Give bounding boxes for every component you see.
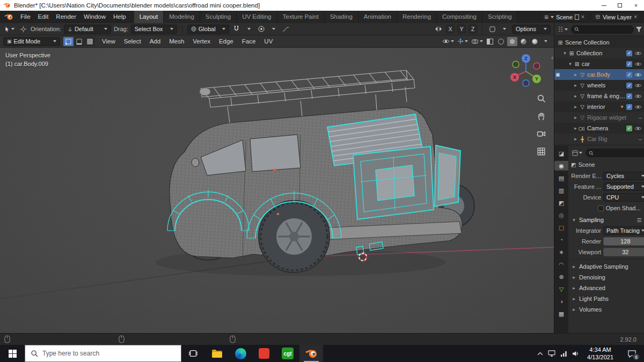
close-button[interactable]: × — [628, 0, 644, 11]
selectable-checkbox[interactable]: ✓ — [626, 93, 632, 99]
proportional-edit-button[interactable] — [257, 24, 266, 34]
tab-texture-paint[interactable]: Texture Paint — [277, 11, 325, 23]
view-layer-tab-icon[interactable]: ▥ — [555, 186, 567, 195]
task-view-button[interactable] — [181, 345, 205, 362]
mirror-y-toggle[interactable]: Y — [457, 25, 466, 33]
disclosure-icon[interactable]: ▸ — [573, 93, 579, 99]
hide-eye-icon[interactable] — [634, 94, 642, 99]
tool-tab-icon[interactable]: ◪ — [555, 149, 567, 158]
selectable-checkbox[interactable]: ✓ — [626, 125, 632, 131]
outliner-item-car-rig[interactable]: ▸ ╋ Car Rig ‒ — [554, 134, 644, 144]
view-layer-selector[interactable]: View Layer × — [591, 12, 641, 21]
menu-edge[interactable]: Edge — [215, 38, 237, 45]
outliner-item-camera[interactable]: ▸ Camera ✓ — [554, 123, 644, 134]
tab-modeling[interactable]: Modeling — [164, 11, 200, 23]
outliner-item-rigacar-widget[interactable]: ▸ ▽ Rigacar widget ‒ — [554, 112, 644, 123]
tab-layout[interactable]: Layout — [134, 11, 164, 23]
shading-solid-button[interactable] — [507, 37, 517, 46]
scene-browse-icon[interactable]: ⊞ — [544, 14, 548, 20]
section-volumes[interactable]: ▸ Volumes — [571, 304, 644, 315]
blender-menu-icon[interactable] — [4, 13, 13, 20]
axis-z-negative[interactable] — [523, 80, 529, 86]
transform-options-dropdown[interactable] — [500, 24, 509, 34]
action-center-button[interactable]: 6 — [621, 345, 642, 362]
exclude-checkbox[interactable]: ✓ — [626, 61, 632, 67]
viewport-samples-field[interactable]: 32 — [603, 248, 644, 256]
constraints-tab-icon[interactable]: ⊗ — [555, 272, 567, 282]
menu-help[interactable]: Help — [109, 11, 130, 23]
selectable-checkbox[interactable]: ✓ — [626, 83, 632, 88]
hide-eye-icon[interactable] — [634, 126, 642, 131]
disclosure-icon[interactable]: ▸ — [573, 125, 579, 131]
output-tab-icon[interactable]: ▤ — [555, 173, 567, 183]
disclosure-icon[interactable]: ▸ — [573, 72, 579, 77]
material-tab-icon[interactable]: ◑ — [555, 297, 567, 306]
integrator-dropdown[interactable]: Path Tracing — [603, 226, 644, 235]
tab-scripting[interactable]: Scripting — [482, 11, 518, 23]
menu-select[interactable]: Select — [120, 38, 145, 45]
physics-tab-icon[interactable]: ◠ — [555, 260, 567, 269]
viewport-canvas[interactable] — [0, 48, 554, 333]
zoom-icon[interactable] — [535, 92, 547, 105]
cursor-tool-button[interactable] — [18, 24, 28, 34]
hide-eye-icon[interactable] — [634, 62, 642, 67]
car-model[interactable] — [167, 70, 474, 272]
outliner-item-interior[interactable]: ▸ ▽ interior ▼✓ — [554, 101, 644, 112]
disclosure-icon[interactable]: ▾ — [562, 50, 568, 56]
render-samples-field[interactable]: 128 — [603, 237, 644, 246]
editor-type-dropdown[interactable] — [557, 25, 569, 34]
hide-eye-icon[interactable] — [634, 105, 642, 109]
presets-icon[interactable]: ☰ — [637, 217, 642, 223]
disclosure-icon[interactable]: ▸ — [573, 104, 579, 109]
section-advanced[interactable]: ▸ Advanced — [571, 283, 644, 293]
taskbar-search-input[interactable] — [42, 350, 166, 357]
hide-eye-icon[interactable] — [634, 72, 642, 77]
outliner-item-scene-collection[interactable]: ⊞ Scene Collection — [554, 37, 644, 48]
remove-view-layer-icon[interactable]: × — [634, 14, 637, 20]
tab-shading[interactable]: Shading — [325, 11, 358, 23]
osl-checkbox[interactable]: ✓ — [598, 205, 604, 211]
maximize-button[interactable] — [612, 0, 628, 11]
gizmos-dropdown[interactable] — [456, 36, 469, 46]
snap-toggle-button[interactable] — [232, 24, 241, 34]
face-select-button[interactable] — [85, 37, 95, 46]
new-scene-icon[interactable] — [575, 14, 579, 20]
orientation-dropdown[interactable]: Default — [64, 25, 111, 34]
cgt-app-button[interactable]: cgt — [276, 345, 299, 362]
object-data-tab-icon[interactable]: ▽ — [555, 284, 567, 294]
visibility-dropdown[interactable] — [441, 36, 455, 46]
blender-taskbar-button[interactable] — [299, 345, 323, 362]
options-dropdown[interactable]: Options — [512, 25, 551, 34]
vertex-select-button[interactable] — [63, 37, 74, 46]
camera-view-icon[interactable] — [535, 127, 547, 140]
media-app-button[interactable] — [252, 345, 276, 362]
scene-selector[interactable]: ⊞ Scene × — [540, 12, 588, 21]
mirror-z-toggle[interactable]: Z — [469, 25, 477, 33]
tab-sculpting[interactable]: Sculpting — [200, 11, 237, 23]
tab-rendering[interactable]: Rendering — [397, 11, 437, 23]
menu-mesh[interactable]: Mesh — [165, 38, 188, 45]
properties-editor-type-dropdown[interactable] — [571, 148, 583, 158]
overlays-dropdown[interactable] — [470, 36, 484, 46]
file-explorer-button[interactable] — [205, 345, 229, 362]
menu-view[interactable]: View — [98, 38, 119, 45]
menu-render[interactable]: Render — [52, 11, 80, 23]
transform-orientation-dropdown[interactable]: Global — [187, 25, 229, 34]
menu-add[interactable]: Add — [146, 38, 164, 45]
minimize-button[interactable] — [596, 0, 612, 11]
xray-toggle[interactable] — [485, 36, 495, 46]
outliner-item-wheels[interactable]: ▸ ▽ wheels ✓ — [554, 80, 644, 91]
scene-tab-icon[interactable]: ◩ — [555, 198, 567, 208]
snap-dropdown[interactable] — [244, 24, 254, 34]
pan-hand-icon[interactable] — [535, 109, 547, 122]
start-button[interactable] — [0, 345, 25, 362]
mode-dropdown[interactable]: ▣ Edit Mode — [3, 37, 60, 46]
exclude-checkbox[interactable]: ✓ — [626, 50, 632, 56]
filter-dropdown[interactable] — [636, 27, 642, 32]
drag-mode-dropdown[interactable]: Select Box — [131, 25, 177, 34]
volume-icon[interactable] — [572, 351, 579, 357]
tab-uv-editing[interactable]: UV Editing — [237, 11, 277, 23]
falloff-curve-icon[interactable] — [281, 24, 291, 34]
outliner-search-input[interactable] — [571, 25, 634, 34]
disclosure-icon[interactable]: ▸ — [573, 115, 579, 120]
